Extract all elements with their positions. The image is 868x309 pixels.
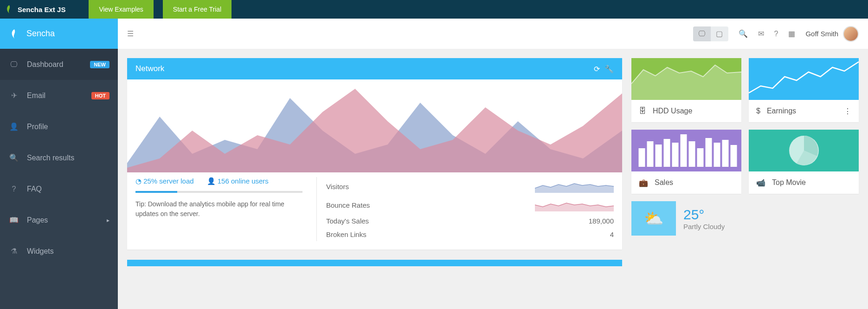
more-icon[interactable]: ⋮ (844, 107, 851, 116)
monitor-icon: 🖵 (9, 60, 19, 69)
card-label: HDD Usage (653, 107, 692, 115)
grid-icon[interactable]: ▦ (788, 29, 795, 38)
card-label: Sales (655, 178, 673, 187)
weather-icon: ⛅ (631, 201, 676, 236)
help-icon[interactable]: ? (774, 30, 778, 38)
svg-rect-1 (647, 141, 654, 167)
sidebar-item-dashboard[interactable]: 🖵 Dashboard NEW (0, 49, 118, 80)
user-menu[interactable]: Goff Smith (805, 26, 859, 42)
sidebar-item-profile[interactable]: 👤 Profile (0, 111, 118, 142)
menu-toggle-icon[interactable]: ☰ (127, 29, 134, 38)
sidebar-item-email[interactable]: ✈ Email HOT (0, 80, 118, 111)
database-icon: 🗄 (639, 107, 646, 115)
sidebar: Sencha 🖵 Dashboard NEW ✈ Email HOT 👤 Pro… (0, 19, 118, 309)
flask-icon: ⚗ (9, 247, 19, 256)
panel-header: Network ⟳ 🔧 (127, 58, 622, 79)
metric-label: Broken Links (326, 230, 366, 238)
search-icon: 🔍 (9, 153, 19, 162)
sidebar-brand[interactable]: Sencha (0, 19, 118, 49)
visitors-sparkline (535, 180, 614, 193)
metric-bounce: Bounce Rates (326, 196, 614, 214)
sidebar-item-label: Profile (27, 123, 48, 131)
movie-pie (749, 130, 859, 171)
device-toggle: 🖵 ▢ (693, 26, 728, 41)
svg-rect-3 (664, 139, 670, 167)
tablet-toggle[interactable]: ▢ (711, 26, 728, 41)
sidebar-item-label: FAQ (27, 185, 42, 193)
metric-value: 189,000 (589, 217, 614, 225)
pie-icon: ◔ (135, 177, 141, 185)
brand-logo: Sencha Ext JS (5, 5, 65, 14)
dollar-icon: $ (756, 107, 760, 115)
sidebar-item-label: Email (27, 92, 45, 100)
tip-text: Tip: Download the analytics mobile app f… (135, 199, 302, 219)
briefcase-icon: 💼 (639, 178, 648, 187)
metric-label: Today's Sales (326, 217, 369, 225)
panel-header-stub (127, 260, 622, 266)
online-users-stat: 👤 156 online users (207, 177, 269, 185)
weather-widget: ⛅ 25° Partly Cloudy (631, 201, 859, 236)
brand-text: Sencha Ext JS (18, 6, 65, 13)
sidebar-item-faq[interactable]: ? FAQ (0, 173, 118, 204)
earnings-sparkline (749, 58, 859, 100)
desktop-toggle[interactable]: 🖵 (693, 26, 711, 41)
avatar (843, 26, 859, 42)
svg-rect-2 (656, 145, 662, 167)
hot-badge: HOT (91, 92, 109, 99)
metric-links: Broken Links 4 (326, 228, 614, 241)
question-icon: ? (9, 185, 19, 193)
new-badge: NEW (90, 61, 109, 68)
metric-value: 4 (610, 230, 614, 238)
metric-visitors: Visitors (326, 177, 614, 196)
mail-icon[interactable]: ✉ (758, 29, 764, 38)
refresh-icon[interactable]: ⟳ (594, 65, 600, 73)
sencha-leaf-icon (9, 29, 19, 39)
sales-bars (631, 130, 741, 171)
sidebar-item-label: Pages (27, 216, 48, 224)
network-panel: Network ⟳ 🔧 (127, 58, 622, 250)
sidebar-item-label: Widgets (27, 247, 54, 256)
card-label: Top Movie (772, 178, 806, 187)
svg-rect-11 (731, 145, 737, 167)
panel-title: Network (135, 64, 164, 73)
sidebar-brand-label: Sencha (26, 29, 55, 39)
sencha-leaf-icon (5, 5, 14, 14)
network-area-chart (127, 79, 622, 172)
app-header: ☰ 🖵 ▢ 🔍 ✉ ? ▦ Goff Smith (118, 19, 868, 49)
metric-sales: Today's Sales 189,000 (326, 214, 614, 228)
svg-rect-4 (672, 143, 679, 167)
movie-card[interactable]: 📹Top Movie (749, 130, 859, 194)
video-icon: 📹 (756, 178, 765, 187)
sidebar-item-search[interactable]: 🔍 Search results (0, 142, 118, 173)
svg-rect-8 (706, 138, 712, 167)
weather-condition: Partly Cloudy (683, 223, 725, 230)
sidebar-item-widgets[interactable]: ⚗ Widgets (0, 236, 118, 267)
chevron-right-icon: ▸ (107, 217, 109, 224)
server-load-progress (135, 191, 302, 193)
user-icon: 👤 (9, 122, 19, 131)
wrench-icon[interactable]: 🔧 (604, 65, 614, 73)
free-trial-button[interactable]: Start a Free Trial (163, 0, 231, 19)
svg-rect-6 (689, 141, 695, 167)
user-icon: 👤 (207, 177, 216, 185)
search-icon[interactable]: 🔍 (739, 29, 748, 38)
hdd-card[interactable]: 🗄HDD Usage (631, 58, 741, 122)
svg-rect-10 (722, 140, 729, 167)
sales-card[interactable]: 💼Sales (631, 130, 741, 194)
svg-rect-9 (714, 143, 720, 167)
sidebar-item-label: Dashboard (27, 60, 63, 69)
svg-rect-5 (681, 134, 687, 167)
server-load-stat: ◔ 25% server load (135, 177, 194, 185)
book-icon: 📖 (9, 216, 19, 224)
weather-temp: 25° (683, 207, 725, 223)
metric-label: Bounce Rates (326, 201, 370, 209)
sidebar-item-pages[interactable]: 📖 Pages ▸ (0, 204, 118, 236)
earnings-card[interactable]: $Earnings⋮ (749, 58, 859, 122)
view-examples-button[interactable]: View Examples (89, 0, 153, 19)
bounce-sparkline (535, 198, 614, 211)
hdd-sparkline (631, 58, 741, 100)
user-name: Goff Smith (805, 30, 838, 38)
metric-label: Visitors (326, 183, 349, 191)
top-promo-bar: Sencha Ext JS View Examples Start a Free… (0, 0, 868, 19)
sidebar-item-label: Search results (27, 154, 74, 162)
